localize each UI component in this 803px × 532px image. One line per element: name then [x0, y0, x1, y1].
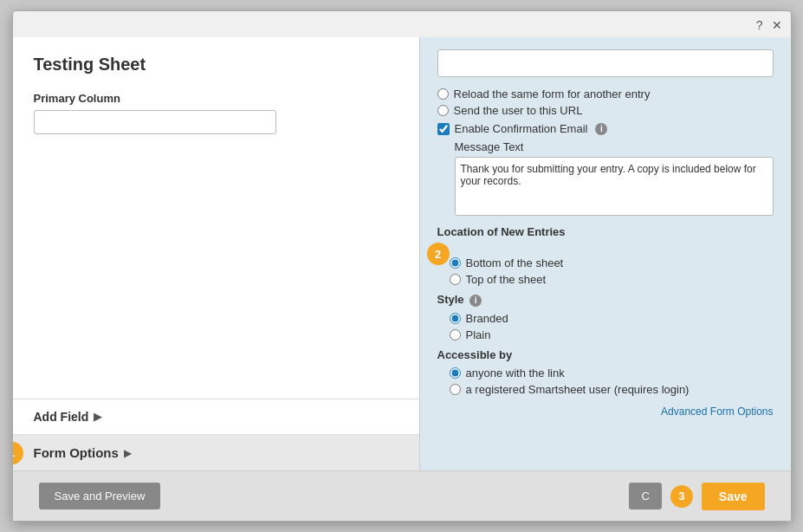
- bottom-sheet-radio[interactable]: [450, 257, 461, 269]
- save-preview-button[interactable]: Save and Preview: [39, 483, 161, 509]
- modal-body: Testing Sheet Primary Column Add Field ▶…: [13, 37, 791, 470]
- save-button[interactable]: Save: [702, 483, 765, 510]
- modal-footer: Save and Preview C 3 Save: [13, 470, 791, 521]
- form-options-label[interactable]: Form Options: [34, 445, 119, 460]
- url-input-box[interactable]: [437, 49, 774, 77]
- enable-confirmation-row: Enable Confirmation Email i: [437, 122, 774, 135]
- left-panel: Testing Sheet Primary Column Add Field ▶…: [13, 37, 420, 470]
- send-url-radio[interactable]: [437, 105, 449, 116]
- bottom-sheet-radio-item: Bottom of the sheet: [450, 256, 774, 269]
- anyone-link-label: anyone with the link: [466, 367, 565, 380]
- primary-column-input[interactable]: [34, 110, 276, 134]
- registered-user-radio[interactable]: [450, 384, 461, 395]
- top-sheet-radio-item: Top of the sheet: [450, 273, 774, 286]
- location-options: Bottom of the sheet Top of the sheet: [450, 256, 774, 286]
- branded-radio[interactable]: [450, 313, 461, 324]
- message-textarea[interactable]: Thank you for submitting your entry. A c…: [455, 157, 774, 216]
- accessible-options: anyone with the link a registered Smarts…: [450, 367, 774, 396]
- plain-radio-item: Plain: [450, 328, 774, 341]
- enable-confirmation-checkbox[interactable]: [437, 123, 450, 135]
- footer-left: Save and Preview: [39, 483, 161, 509]
- reload-label: Reload the same form for another entry: [454, 88, 651, 101]
- reload-radio[interactable]: [437, 88, 449, 100]
- send-url-label: Send the user to this URL: [454, 104, 583, 117]
- badge-2: 2: [427, 243, 450, 265]
- add-field-label: Add Field: [34, 410, 89, 424]
- branded-label: Branded: [466, 312, 508, 325]
- footer-right: C 3 Save: [629, 483, 764, 510]
- modal: ? ✕ Testing Sheet Primary Column Add Fie…: [12, 10, 792, 522]
- top-sheet-radio[interactable]: [450, 274, 461, 285]
- form-options-row: 1 Form Options ▶: [13, 434, 419, 470]
- reload-radio-item: Reload the same form for another entry: [437, 88, 774, 101]
- accessible-label: Accessible by: [437, 348, 774, 361]
- close-icon[interactable]: ✕: [772, 18, 782, 32]
- advanced-form-options-link-wrapper: Advanced Form Options: [437, 405, 774, 418]
- top-sheet-label: Top of the sheet: [466, 273, 547, 286]
- location-label: Location of New Entries: [437, 225, 774, 238]
- style-options: Branded Plain: [450, 312, 774, 341]
- plain-radio[interactable]: [450, 329, 461, 341]
- send-url-radio-item: Send the user to this URL: [437, 104, 774, 117]
- bottom-sheet-label: Bottom of the sheet: [466, 256, 564, 269]
- cancel-button[interactable]: C: [629, 483, 661, 509]
- modal-topbar: ? ✕: [756, 18, 782, 32]
- advanced-form-options-link[interactable]: Advanced Form Options: [661, 405, 773, 418]
- left-panel-content: Testing Sheet Primary Column: [13, 37, 419, 399]
- modal-wrapper: ? ✕ Testing Sheet Primary Column Add Fie…: [0, 0, 803, 532]
- badge-3: 3: [670, 485, 693, 508]
- primary-column-label: Primary Column: [34, 92, 398, 105]
- badge-1: 1: [13, 442, 23, 464]
- sheet-title: Testing Sheet: [34, 55, 398, 75]
- style-label: Style i: [437, 293, 774, 307]
- add-field-row: Add Field ▶: [13, 399, 419, 434]
- add-field-button[interactable]: Add Field ▶: [34, 410, 398, 424]
- style-info-icon: i: [469, 295, 482, 307]
- message-text-label: Message Text: [455, 140, 774, 153]
- enable-confirmation-label: Enable Confirmation Email: [455, 122, 588, 135]
- confirmation-info-icon: i: [595, 123, 607, 135]
- branded-radio-item: Branded: [450, 312, 774, 325]
- after-submit-options: Reload the same form for another entry S…: [437, 88, 774, 117]
- form-options-arrow: ▶: [124, 447, 132, 459]
- add-field-arrow: ▶: [94, 411, 101, 423]
- left-panel-bottom: Add Field ▶ 1 Form Options ▶: [13, 399, 419, 470]
- right-panel: Reload the same form for another entry S…: [420, 37, 791, 470]
- plain-label: Plain: [466, 328, 491, 341]
- anyone-link-radio-item: anyone with the link: [450, 367, 774, 380]
- registered-user-label: a registered Smartsheet user (requires l…: [466, 383, 690, 396]
- anyone-link-radio[interactable]: [450, 367, 461, 379]
- help-icon[interactable]: ?: [756, 18, 763, 32]
- registered-user-radio-item: a registered Smartsheet user (requires l…: [450, 383, 774, 396]
